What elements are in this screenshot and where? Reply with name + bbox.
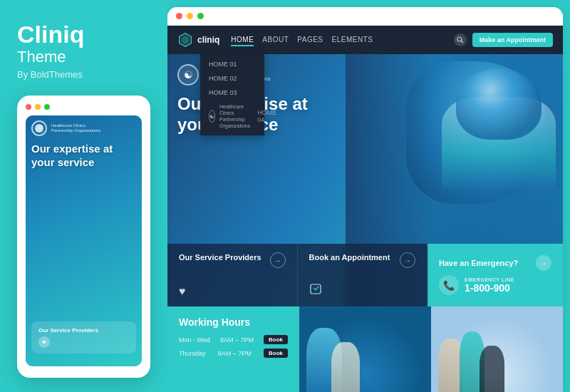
mobile-hero-title: Our expertise at your service — [31, 143, 136, 170]
book-button-2[interactable]: Book — [264, 349, 288, 358]
svg-line-3 — [461, 41, 463, 43]
dropdown-item-home02[interactable]: HOME 02 — [200, 71, 264, 86]
nav-link-pages[interactable]: PAGES — [297, 34, 323, 46]
svg-point-2 — [457, 37, 462, 41]
brand-subtitle: Theme — [17, 48, 150, 66]
emergency-title: Have an Emergency? — [439, 259, 518, 267]
logo-hexagon-icon — [177, 32, 193, 48]
brand-title: Cliniq — [17, 21, 150, 48]
mobile-top-bar: Healthcare Clinics Partnership Organizat… — [26, 115, 142, 141]
hours-time-1: 8AM – 7PM — [220, 336, 254, 344]
mobile-org-text: Healthcare Clinics Partnership Organizat… — [51, 123, 100, 135]
nav-search-icon[interactable] — [454, 33, 467, 46]
figure-2-silhouette — [331, 342, 360, 392]
book-appointment-title: Book an Appointment — [309, 252, 390, 262]
hours-row-1: Mon - Wed 8AM – 7PM Book — [179, 335, 288, 344]
hours-day-1: Mon - Wed — [179, 336, 210, 344]
figure-5-silhouette — [480, 346, 504, 392]
emergency-card[interactable]: Have an Emergency? → 📞 EMERGENCY LINE 1-… — [428, 244, 563, 306]
mobile-hero-text: Our expertise at your service — [31, 143, 136, 170]
bottom-figure-1 — [299, 306, 431, 392]
nav-logo-text: cliniq — [197, 35, 219, 45]
svg-rect-4 — [311, 284, 321, 294]
bottom-image-2 — [431, 306, 563, 392]
emergency-line-label: EMERGENCY LINE — [465, 277, 514, 282]
nav-link-about[interactable]: ABOUT — [262, 34, 289, 46]
mobile-logo-inner — [35, 124, 43, 133]
dropdown-org-text: Healthcare Clinics Partnership Organizat… — [219, 103, 250, 129]
phone-text-block: EMERGENCY LINE 1-800-900 — [465, 277, 514, 294]
chrome-dot-red — [176, 13, 182, 19]
dropdown-item-home01[interactable]: HOME 01 — [200, 57, 264, 71]
emergency-phone: 📞 EMERGENCY LINE 1-800-900 — [439, 275, 551, 295]
site-nav-area: cliniq HOME ABOUT PAGES ELEMENTS Make an… — [167, 26, 563, 54]
chrome-dot-yellow — [187, 13, 193, 19]
svg-marker-1 — [182, 36, 190, 45]
nav-logo[interactable]: cliniq — [177, 32, 219, 48]
nav-links: HOME ABOUT PAGES ELEMENTS — [231, 34, 442, 46]
mobile-dot-red — [26, 104, 31, 110]
window-chrome — [167, 7, 563, 26]
nav-link-home[interactable]: HOME — [231, 34, 254, 46]
hours-row-2: Thursday 8AM – 7PM Book — [179, 349, 288, 358]
mobile-dot-yellow — [35, 104, 41, 110]
heart-icon: ♥ — [38, 336, 50, 348]
mobile-preview: Healthcare Clinics Partnership Organizat… — [17, 96, 150, 378]
heart-service-icon: ♥ — [179, 285, 286, 298]
emergency-card-top: Have an Emergency? → — [439, 255, 551, 271]
mobile-window-dots — [26, 104, 142, 110]
right-panel: cliniq HOME ABOUT PAGES ELEMENTS Make an… — [167, 7, 563, 392]
dropdown-org-item[interactable]: ☯ Healthcare Clinics Partnership Organiz… — [200, 100, 264, 133]
working-hours-card: Working Hours Mon - Wed 8AM – 7PM Book T… — [167, 306, 299, 392]
mobile-service-box: Our Service Providers ♥ — [31, 321, 136, 354]
service-providers-card[interactable]: Our Service Providers → ♥ — [167, 244, 298, 306]
brand-by: By BoldThemes — [17, 69, 150, 80]
dropdown-org-logo-icon: ☯ — [209, 110, 215, 123]
doctor-face-detail — [456, 68, 542, 140]
clipboard-icon — [309, 282, 416, 298]
left-panel: Cliniq Theme By BoldThemes Healthcare Cl… — [0, 0, 167, 392]
bottom-figure-2 — [431, 306, 563, 392]
service-providers-arrow-icon: → — [270, 252, 286, 268]
book-appointment-card[interactable]: Book an Appointment → — [298, 244, 428, 306]
card-top-row: Our Service Providers → — [179, 252, 286, 268]
emergency-arrow-icon: → — [536, 255, 551, 271]
nav-link-elements[interactable]: ELEMENTS — [332, 34, 373, 46]
book-appointment-arrow-icon: → — [400, 252, 415, 268]
dropdown-item-home03[interactable]: HOME 03 — [200, 86, 264, 100]
phone-icon: 📞 — [439, 275, 459, 295]
book-button-1[interactable]: Book — [264, 335, 288, 344]
chrome-dot-green — [197, 13, 204, 19]
hours-time-2: 8AM – 7PM — [218, 350, 252, 357]
dropdown-panel: HOME 01 HOME 02 HOME 03 ☯ Healthcare Cli… — [200, 54, 264, 135]
site-navbar: cliniq HOME ABOUT PAGES ELEMENTS Make an… — [167, 26, 563, 54]
hero-org-logo-icon: ☯ — [177, 64, 199, 86]
mobile-dot-green — [44, 104, 50, 110]
make-appointment-button[interactable]: Make an Appointment — [472, 33, 553, 47]
mobile-content: Healthcare Clinics Partnership Organizat… — [26, 115, 142, 366]
mobile-org-logo — [31, 120, 47, 136]
service-providers-title: Our Service Providers — [179, 252, 261, 262]
card-top-row-2: Book an Appointment → — [309, 252, 416, 268]
mobile-service-title: Our Service Providers — [38, 327, 129, 334]
emergency-phone-number: 1-800-900 — [465, 282, 514, 294]
working-hours-title: Working Hours — [179, 316, 288, 328]
hero-cards: Our Service Providers → ♥ Book an Appoin… — [167, 244, 563, 306]
nav-right: Make an Appointment — [454, 33, 553, 47]
hours-day-2: Thursday — [179, 350, 206, 357]
bottom-image-1 — [299, 306, 431, 392]
bottom-section: Working Hours Mon - Wed 8AM – 7PM Book T… — [167, 306, 563, 392]
